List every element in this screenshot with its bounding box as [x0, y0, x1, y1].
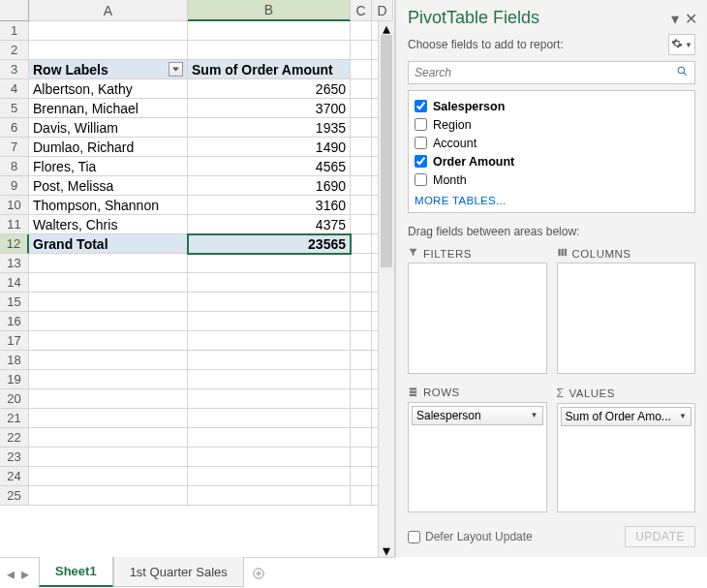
cell-C15[interactable] — [351, 293, 372, 312]
row-header-18[interactable]: 18 — [0, 351, 29, 370]
fields-settings-button[interactable]: ▼ — [668, 34, 695, 55]
cell-A25[interactable] — [29, 486, 188, 506]
panel-options-icon[interactable]: ▾ — [671, 10, 679, 28]
cell-C10[interactable] — [351, 196, 372, 215]
cell-A13[interactable] — [29, 254, 188, 273]
cell-A1[interactable] — [29, 21, 188, 41]
row-header-9[interactable]: 9 — [0, 176, 29, 196]
row-header-11[interactable]: 11 — [0, 215, 29, 234]
row-header-12[interactable]: 12 — [0, 234, 29, 254]
cell-A24[interactable] — [29, 467, 188, 486]
row-header-25[interactable]: 25 — [0, 486, 29, 506]
cell-B19[interactable] — [188, 370, 351, 389]
cell-C23[interactable] — [351, 448, 372, 467]
cell-C13[interactable] — [351, 254, 372, 273]
cell-A23[interactable] — [29, 448, 188, 467]
cell-C7[interactable] — [351, 138, 372, 157]
cell-B22[interactable] — [188, 428, 351, 448]
more-tables-link[interactable]: MORE TABLES... — [413, 195, 691, 206]
cell-A5[interactable]: Brennan, Michael — [29, 99, 188, 118]
tab-prev-icon[interactable]: ◂ — [4, 566, 17, 581]
cell-B21[interactable] — [188, 409, 351, 428]
values-area[interactable]: ΣVALUES Sum of Order Amo...▼ — [557, 384, 696, 513]
col-header-B[interactable]: B — [188, 0, 351, 21]
search-input[interactable] — [415, 66, 676, 79]
cell-A2[interactable] — [29, 41, 188, 60]
vertical-scrollbar[interactable]: ▴ ▾ — [378, 21, 394, 557]
select-all-corner[interactable] — [0, 0, 29, 21]
chip-sum-of-order-amo-[interactable]: Sum of Order Amo...▼ — [561, 407, 692, 426]
cell-B13[interactable] — [188, 254, 351, 273]
row-header-14[interactable]: 14 — [0, 273, 29, 293]
row-header-8[interactable]: 8 — [0, 157, 29, 176]
field-account[interactable]: Account — [413, 134, 691, 152]
tab-1st-quarter-sales[interactable]: 1st Quarter Sales — [113, 557, 244, 587]
scroll-thumb[interactable] — [381, 35, 392, 267]
cell-B5[interactable]: 3700 — [188, 99, 351, 118]
cell-B25[interactable] — [188, 486, 351, 506]
row-header-1[interactable]: 1 — [0, 21, 29, 41]
row-header-13[interactable]: 13 — [0, 254, 29, 273]
cell-B9[interactable]: 1690 — [188, 176, 351, 196]
cell-C2[interactable] — [351, 41, 372, 60]
tab-sheet1[interactable]: Sheet1 — [39, 557, 113, 587]
filters-area[interactable]: FILTERS — [408, 244, 547, 374]
row-header-2[interactable]: 2 — [0, 41, 29, 60]
cell-C16[interactable] — [351, 312, 372, 331]
field-month[interactable]: Month — [413, 170, 691, 189]
cell-B3[interactable]: Sum of Order Amount — [188, 60, 351, 79]
cell-C18[interactable] — [351, 351, 372, 370]
row-header-21[interactable]: 21 — [0, 409, 29, 428]
cell-B6[interactable]: 1935 — [188, 118, 351, 138]
row-header-15[interactable]: 15 — [0, 293, 29, 312]
scroll-up-icon[interactable]: ▴ — [379, 21, 394, 35]
update-button[interactable]: UPDATE — [625, 526, 695, 547]
cell-B20[interactable] — [188, 389, 351, 409]
cell-C12[interactable] — [351, 234, 372, 254]
cell-B14[interactable] — [188, 273, 351, 293]
cell-B12[interactable]: 23565 — [188, 234, 351, 254]
cell-A15[interactable] — [29, 293, 188, 312]
cell-B10[interactable]: 3160 — [188, 196, 351, 215]
cell-A11[interactable]: Walters, Chris — [29, 215, 188, 234]
cell-B15[interactable] — [188, 293, 351, 312]
row-header-3[interactable]: 3 — [0, 60, 29, 79]
chip-salesperson[interactable]: Salesperson▼ — [412, 406, 543, 425]
cell-A21[interactable] — [29, 409, 188, 428]
cell-C24[interactable] — [351, 467, 372, 486]
cell-B4[interactable]: 2650 — [188, 79, 351, 99]
cell-A17[interactable] — [29, 331, 188, 351]
col-header-A[interactable]: A — [29, 0, 188, 21]
row-header-5[interactable]: 5 — [0, 99, 29, 118]
cell-B23[interactable] — [188, 448, 351, 467]
cell-A4[interactable]: Albertson, Kathy — [29, 79, 188, 99]
cell-B18[interactable] — [188, 351, 351, 370]
cell-A18[interactable] — [29, 351, 188, 370]
cell-C11[interactable] — [351, 215, 372, 234]
field-order-amount[interactable]: Order Amount — [413, 152, 691, 170]
cell-C6[interactable] — [351, 118, 372, 138]
cell-C22[interactable] — [351, 428, 372, 448]
cell-C5[interactable] — [351, 99, 372, 118]
close-icon[interactable]: ✕ — [685, 10, 697, 28]
field-search[interactable] — [408, 61, 695, 84]
cell-B24[interactable] — [188, 467, 351, 486]
cell-A7[interactable]: Dumlao, Richard — [29, 138, 188, 157]
row-header-23[interactable]: 23 — [0, 448, 29, 467]
row-header-6[interactable]: 6 — [0, 118, 29, 138]
cell-B7[interactable]: 1490 — [188, 138, 351, 157]
row-header-17[interactable]: 17 — [0, 331, 29, 351]
cell-A10[interactable]: Thompson, Shannon — [29, 196, 188, 215]
cell-C4[interactable] — [351, 79, 372, 99]
cell-A3[interactable]: Row Labels — [29, 60, 188, 79]
scroll-down-icon[interactable]: ▾ — [379, 543, 394, 557]
defer-layout-checkbox[interactable]: Defer Layout Update — [408, 530, 533, 543]
row-header-10[interactable]: 10 — [0, 196, 29, 215]
row-header-20[interactable]: 20 — [0, 389, 29, 409]
field-region[interactable]: Region — [413, 115, 691, 134]
field-salesperson[interactable]: Salesperson — [413, 97, 691, 115]
cell-C25[interactable] — [351, 486, 372, 506]
cell-A22[interactable] — [29, 428, 188, 448]
cell-C19[interactable] — [351, 370, 372, 389]
cell-C1[interactable] — [351, 21, 372, 41]
